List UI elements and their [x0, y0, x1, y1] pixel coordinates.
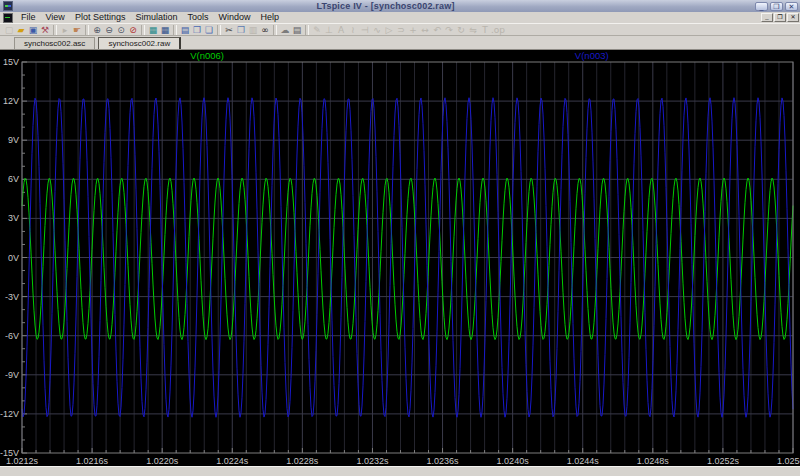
- inductor-icon: ∿: [371, 24, 383, 36]
- undo-zoom-icon[interactable]: ⊘: [127, 24, 139, 36]
- toolbar-separator: [217, 25, 221, 35]
- menu-bar: FileViewPlot SettingsSimulationToolsWind…: [0, 12, 800, 23]
- wire-icon: ✎: [311, 24, 323, 36]
- y-tick-label[interactable]: -6V: [0, 331, 19, 341]
- plot-settings-icon[interactable]: ▦: [159, 24, 171, 36]
- minimize-window-button[interactable]: _: [755, 2, 768, 11]
- drag-icon: ↔: [419, 24, 431, 36]
- y-tick-label[interactable]: 0V: [0, 253, 19, 263]
- new-schematic-icon: ▢: [3, 24, 15, 36]
- waveform-plot-panel[interactable]: V(n006)V(n003)15V12V9V6V3V0V-3V-6V-9V-12…: [0, 49, 800, 466]
- mirror-icon: ⇋: [467, 24, 479, 36]
- tab-bar: synchosc002.ascsynchosc002.raw: [0, 36, 800, 49]
- menu-window[interactable]: Window: [213, 12, 255, 23]
- toolbar: ▢▰▣⚒▸☛⊕⊖⊙⊘▦▦▤❐❏✂❐▥∞☁▤✎⊥A≀⊣∿▷⊃+↔↶↷↻⇋T.op: [0, 23, 800, 36]
- tab-synchosc002-raw[interactable]: synchosc002.raw: [98, 37, 181, 49]
- toolbar-separator: [85, 25, 89, 35]
- close-child-button[interactable]: ✕: [787, 13, 799, 22]
- find-icon[interactable]: ∞: [259, 24, 271, 36]
- spice-directive-icon: .op: [491, 24, 503, 36]
- y-tick-label[interactable]: 9V: [0, 135, 19, 145]
- y-tick-label[interactable]: 6V: [0, 174, 19, 184]
- cut-icon[interactable]: ✂: [223, 24, 235, 36]
- menu-plot-settings[interactable]: Plot Settings: [70, 12, 131, 23]
- window-buttons: _❐✕: [755, 2, 800, 11]
- menu-tools[interactable]: Tools: [182, 12, 213, 23]
- trace-label-v-n003[interactable]: V(n003): [575, 50, 609, 61]
- y-tick-label[interactable]: 12V: [0, 96, 19, 106]
- title-bar: LTspice IV - [synchosc002.raw] _❐✕: [0, 0, 800, 12]
- x-tick-label[interactable]: 1.0212s: [6, 456, 38, 466]
- menu-simulation[interactable]: Simulation: [130, 12, 182, 23]
- open-icon[interactable]: ▰: [15, 24, 27, 36]
- delete-plot-pane-icon[interactable]: ❏: [203, 24, 215, 36]
- run-icon: ▸: [59, 24, 71, 36]
- save-icon[interactable]: ▣: [27, 24, 39, 36]
- redo-icon: ↷: [443, 24, 455, 36]
- toolbar-separator: [141, 25, 145, 35]
- component-icon: ⊃: [395, 24, 407, 36]
- y-tick-label[interactable]: -3V: [0, 292, 19, 302]
- close-window-button[interactable]: ✕: [785, 2, 798, 11]
- halt-icon[interactable]: ☛: [71, 24, 83, 36]
- text-icon: T: [479, 24, 491, 36]
- ground-icon: ⊥: [323, 24, 335, 36]
- x-tick-label[interactable]: 1.0240s: [497, 456, 529, 466]
- restore-child-button[interactable]: ❐: [774, 13, 786, 22]
- zoom-out-icon[interactable]: ⊖: [103, 24, 115, 36]
- y-tick-label[interactable]: -12V: [0, 409, 19, 419]
- minimize-child-button[interactable]: _: [761, 13, 773, 22]
- x-tick-label[interactable]: 1.0232s: [356, 456, 388, 466]
- x-tick-label[interactable]: 1.0216s: [76, 456, 108, 466]
- y-tick-label[interactable]: 15V: [0, 57, 19, 67]
- label-net-icon: A: [335, 24, 347, 36]
- autorange-y-axis-icon[interactable]: ▦: [147, 24, 159, 36]
- menu-items: FileViewPlot SettingsSimulationToolsWind…: [16, 12, 284, 23]
- window-title: LTspice IV - [synchosc002.raw]: [16, 0, 755, 12]
- trace-label-v-n006[interactable]: V(n006): [190, 50, 224, 61]
- print-icon[interactable]: ▤: [291, 24, 303, 36]
- y-tick-label[interactable]: -9V: [0, 370, 19, 380]
- x-tick-label[interactable]: 1.0248s: [637, 456, 669, 466]
- tile-plot-panes-icon[interactable]: ▤: [179, 24, 191, 36]
- x-tick-label[interactable]: 1.0228s: [286, 456, 318, 466]
- undo-icon: ↶: [431, 24, 443, 36]
- control-panel-icon[interactable]: ⚒: [39, 24, 51, 36]
- move-icon: +: [407, 24, 419, 36]
- x-tick-label[interactable]: 1.0236s: [427, 456, 459, 466]
- app-icon: [3, 1, 13, 11]
- paste-icon: ▥: [247, 24, 259, 36]
- x-tick-label[interactable]: 1.0256s: [777, 456, 800, 466]
- x-tick-label[interactable]: 1.0244s: [567, 456, 599, 466]
- child-window-icon: [3, 13, 13, 23]
- status-bar: [0, 466, 800, 476]
- menu-help[interactable]: Help: [255, 12, 284, 23]
- toolbar-separator: [173, 25, 177, 35]
- tab-synchosc002-asc[interactable]: synchosc002.asc: [14, 37, 95, 49]
- add-plot-pane-icon[interactable]: ❐: [191, 24, 203, 36]
- copy-icon[interactable]: ❐: [235, 24, 247, 36]
- toolbar-separator: [305, 25, 309, 35]
- x-tick-label[interactable]: 1.0224s: [216, 456, 248, 466]
- x-tick-label[interactable]: 1.0220s: [146, 456, 178, 466]
- menu-file[interactable]: File: [16, 12, 41, 23]
- y-tick-label[interactable]: 3V: [0, 213, 19, 223]
- plot-canvas[interactable]: [0, 50, 800, 467]
- rotate-icon: ↻: [455, 24, 467, 36]
- menu-view[interactable]: View: [41, 12, 70, 23]
- x-tick-label[interactable]: 1.0252s: [707, 456, 739, 466]
- toolbar-separator: [53, 25, 57, 35]
- restore-window-button[interactable]: ❐: [770, 2, 783, 11]
- zoom-full-extents-icon[interactable]: ⊙: [115, 24, 127, 36]
- resistor-icon: ≀: [347, 24, 359, 36]
- copy-bitmap-icon[interactable]: ☁: [279, 24, 291, 36]
- capacitor-icon: ⊣: [359, 24, 371, 36]
- toolbar-separator: [273, 25, 277, 35]
- mdi-buttons: _❐✕: [761, 13, 800, 22]
- zoom-in-icon[interactable]: ⊕: [91, 24, 103, 36]
- diode-icon: ▷: [383, 24, 395, 36]
